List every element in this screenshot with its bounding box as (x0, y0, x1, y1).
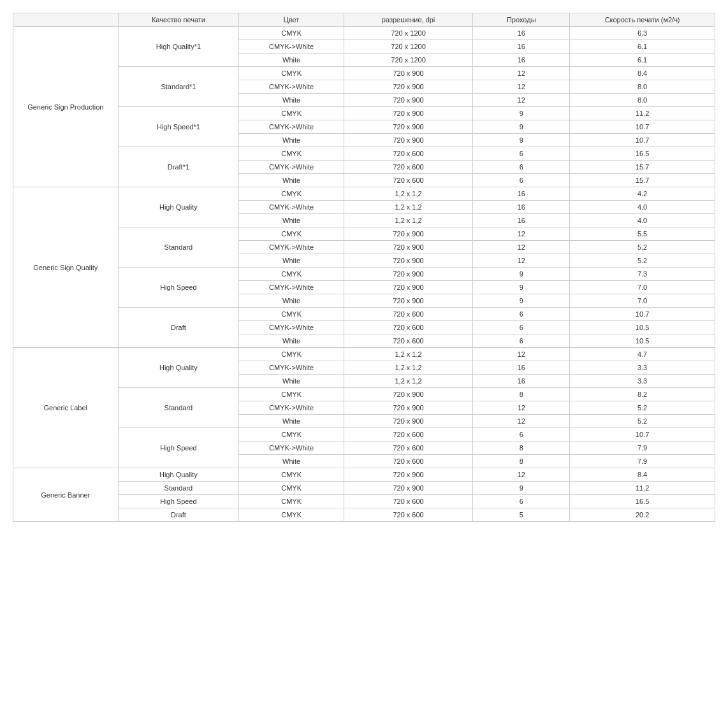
header-col-0 (13, 13, 119, 27)
table-row: Generic LabelHigh QualityCMYK1,2 x 1,212… (13, 348, 715, 361)
resolution-cell: 720 x 900 (344, 468, 472, 482)
color-cell: CMYK->White (239, 441, 344, 455)
color-cell: CMYK->White (239, 120, 344, 134)
header-col-2: Цвет (239, 13, 344, 27)
speed-cell: 5.2 (570, 401, 715, 415)
passes-cell: 12 (473, 468, 570, 482)
color-cell: CMYK (239, 308, 344, 321)
speed-cell: 15.7 (570, 161, 715, 174)
color-cell: White (239, 334, 344, 348)
color-cell: CMYK (239, 268, 344, 281)
speed-cell: 4.2 (570, 187, 715, 201)
passes-cell: 12 (473, 67, 570, 80)
resolution-cell: 720 x 900 (344, 268, 472, 281)
color-cell: CMYK->White (239, 401, 344, 415)
table-row: StandardCMYK720 x 90088.2 (13, 388, 715, 401)
quality-cell: Draft*1 (118, 147, 239, 187)
speed-cell: 10.5 (570, 334, 715, 348)
speed-cell: 11.2 (570, 107, 715, 120)
table-row: Generic BannerHigh QualityCMYK720 x 9001… (13, 468, 715, 482)
color-cell: White (239, 94, 344, 107)
resolution-cell: 720 x 600 (344, 334, 472, 348)
color-cell: CMYK->White (239, 80, 344, 94)
color-cell: CMYK->White (239, 161, 344, 174)
speed-cell: 10.7 (570, 134, 715, 147)
passes-cell: 9 (473, 120, 570, 134)
color-cell: White (239, 214, 344, 227)
speed-cell: 6.1 (570, 40, 715, 54)
resolution-cell: 720 x 600 (344, 161, 472, 174)
header-col-1: Качество печати (118, 13, 239, 27)
passes-cell: 16 (473, 201, 570, 214)
passes-cell: 16 (473, 40, 570, 54)
speed-cell: 7.9 (570, 455, 715, 468)
quality-cell: Draft (118, 508, 239, 522)
speed-cell: 8.0 (570, 80, 715, 94)
quality-cell: High Quality*1 (118, 27, 239, 67)
speed-cell: 6.3 (570, 27, 715, 40)
quality-cell: High Speed*1 (118, 107, 239, 147)
passes-cell: 12 (473, 227, 570, 241)
resolution-cell: 720 x 600 (344, 495, 472, 508)
speed-cell: 7.0 (570, 281, 715, 294)
table-row: High Speed*1CMYK720 x 900911.2 (13, 107, 715, 120)
color-cell: CMYK->White (239, 201, 344, 214)
color-cell: CMYK (239, 27, 344, 40)
passes-cell: 5 (473, 508, 570, 522)
table-row: Generic Sign QualityHigh QualityCMYK1,2 … (13, 187, 715, 201)
passes-cell: 16 (473, 27, 570, 40)
color-cell: White (239, 54, 344, 67)
quality-cell: High Quality (118, 187, 239, 227)
passes-cell: 12 (473, 348, 570, 361)
passes-cell: 6 (473, 174, 570, 187)
speed-cell: 15.7 (570, 174, 715, 187)
group-cell: Generic Sign Quality (13, 187, 119, 348)
passes-cell: 8 (473, 441, 570, 455)
resolution-cell: 720 x 600 (344, 174, 472, 187)
passes-cell: 6 (473, 334, 570, 348)
quality-cell: High Speed (118, 428, 239, 468)
passes-cell: 12 (473, 80, 570, 94)
color-cell: White (239, 375, 344, 388)
data-table: Качество печатиЦветразрешение, dpiПроход… (13, 13, 715, 522)
speed-cell: 8.4 (570, 468, 715, 482)
passes-cell: 9 (473, 482, 570, 495)
table-row: Generic Sign ProductionHigh Quality*1CMY… (13, 27, 715, 40)
resolution-cell: 720 x 600 (344, 321, 472, 334)
group-cell: Generic Label (13, 348, 119, 468)
passes-cell: 9 (473, 281, 570, 294)
resolution-cell: 720 x 900 (344, 241, 472, 254)
quality-cell: High Speed (118, 268, 239, 308)
passes-cell: 9 (473, 294, 570, 308)
table-row: Standard*1CMYK720 x 900128.4 (13, 67, 715, 80)
color-cell: CMYK->White (239, 241, 344, 254)
speed-cell: 16.5 (570, 495, 715, 508)
resolution-cell: 720 x 600 (344, 147, 472, 161)
resolution-cell: 720 x 900 (344, 94, 472, 107)
color-cell: CMYK (239, 67, 344, 80)
resolution-cell: 720 x 1200 (344, 27, 472, 40)
color-cell: CMYK (239, 348, 344, 361)
speed-cell: 7.3 (570, 268, 715, 281)
resolution-cell: 720 x 900 (344, 388, 472, 401)
speed-cell: 8.0 (570, 94, 715, 107)
passes-cell: 12 (473, 415, 570, 428)
color-cell: CMYK (239, 495, 344, 508)
quality-cell: Draft (118, 308, 239, 348)
speed-cell: 8.2 (570, 388, 715, 401)
speed-cell: 10.7 (570, 120, 715, 134)
speed-cell: 5.2 (570, 241, 715, 254)
table-row: StandardCMYK720 x 900911.2 (13, 482, 715, 495)
speed-cell: 5.5 (570, 227, 715, 241)
resolution-cell: 1,2 x 1,2 (344, 201, 472, 214)
resolution-cell: 720 x 600 (344, 455, 472, 468)
resolution-cell: 1,2 x 1,2 (344, 361, 472, 375)
passes-cell: 9 (473, 268, 570, 281)
speed-cell: 11.2 (570, 482, 715, 495)
color-cell: CMYK (239, 187, 344, 201)
color-cell: CMYK->White (239, 281, 344, 294)
group-cell: Generic Banner (13, 468, 119, 522)
table-row: High SpeedCMYK720 x 600616.5 (13, 495, 715, 508)
color-cell: CMYK->White (239, 321, 344, 334)
passes-cell: 12 (473, 94, 570, 107)
